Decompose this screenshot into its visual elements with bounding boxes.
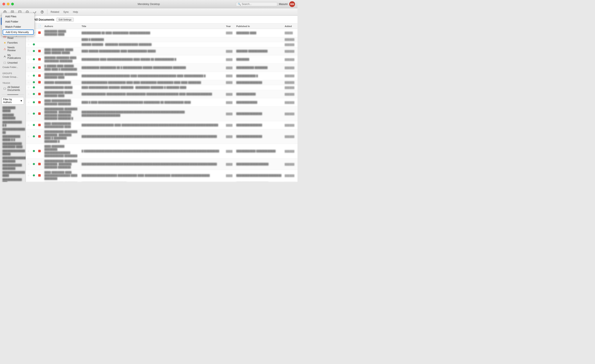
table-row[interactable]: ☆████████████ ████████ ████████, ███████…	[26, 107, 298, 121]
author-item[interactable]: ██████████████ ████	[0, 171, 26, 178]
author-item[interactable]: ████████████ ████████	[0, 163, 26, 171]
row-star[interactable]: ☆	[26, 47, 31, 55]
table-row[interactable]: ☆████ ████████ █████, ████ ██████ ██████…	[26, 47, 298, 55]
row-star[interactable]: ☆	[26, 121, 31, 129]
edit-settings-button[interactable]: Edit Settings	[57, 18, 74, 22]
row-authors: ████████████ █████, ████████ ████	[43, 90, 80, 98]
row-authors	[43, 42, 80, 47]
row-read-status	[31, 98, 36, 107]
dropdown-add-entry-manually[interactable]: Add Entry Manually	[3, 29, 34, 35]
table-row[interactable]: ☆██████ ███████ - ████████ ████████████ …	[26, 42, 298, 47]
col-year[interactable]: Year	[224, 24, 235, 29]
row-published: ████████████████████	[235, 158, 283, 170]
row-year: ████	[224, 158, 235, 170]
row-pdf-status	[36, 80, 43, 85]
table-row[interactable]: ☆█ ██████ ████ ██████, ████ ████ █ █████…	[26, 64, 298, 72]
table-row[interactable]: ☆████████████ ████████ ████████, ███████…	[26, 129, 298, 144]
author-item[interactable]: ████████████████ ████████	[0, 156, 26, 163]
author-item[interactable]: ████████████ █ █	[0, 120, 26, 128]
author-item[interactable]: ███████████ █████ █ █	[0, 135, 26, 142]
author-item[interactable]: ████████████ ███	[0, 178, 26, 182]
table-row[interactable]: ☆██████ ██████████████████████████ █████…	[26, 80, 298, 85]
table-row[interactable]: ☆████████████ █████████ ████████████ ███…	[26, 85, 298, 90]
minimize-button[interactable]	[7, 3, 9, 5]
table-row[interactable]: ☆████████ █████, ████████ ██████████████…	[26, 29, 298, 37]
table-row[interactable]: ☆████████████ █████, ████████ ██████████…	[26, 90, 298, 98]
author-item[interactable]: ████████ █████	[0, 106, 26, 113]
row-read-status	[31, 37, 36, 42]
row-star[interactable]: ☆	[26, 55, 31, 64]
favorites-icon: ★	[3, 41, 6, 44]
table-row[interactable]: ☆████████████ ████████ ████████, ███████…	[26, 158, 298, 170]
table-row[interactable]: ☆███████ ████████ ████, █████████ ██████…	[26, 55, 298, 64]
search-input[interactable]	[242, 3, 275, 6]
sidebar-item-my-publications[interactable]: My Publications	[1, 53, 25, 60]
table-row[interactable]: ☆████ ████████████, ████████████ ███████…	[26, 121, 298, 129]
col-authors[interactable]: Authors	[43, 24, 80, 29]
row-star[interactable]: ☆	[26, 72, 31, 80]
author-item[interactable]: ███████ ████████	[0, 113, 26, 120]
row-added: ██████	[283, 80, 298, 85]
row-star[interactable]: ☆	[26, 170, 31, 181]
table-row[interactable]: ☆████████████ ██████████████████████████…	[26, 181, 298, 182]
row-published	[235, 37, 283, 42]
create-folder-link[interactable]: Create Folder...	[0, 65, 26, 69]
content-title: All Documents	[34, 18, 54, 21]
row-authors: ██████ ██████████	[43, 80, 80, 85]
help-button[interactable]	[39, 9, 45, 14]
table-row[interactable]: ☆████ ████████████, ████████ ███████████…	[26, 98, 298, 107]
row-star[interactable]: ☆	[26, 129, 31, 144]
row-authors	[43, 37, 80, 42]
col-published-in[interactable]: Published In	[235, 24, 283, 29]
sidebar-scrollbar[interactable]	[2, 94, 24, 95]
row-read-status	[31, 42, 36, 47]
row-authors: ████████████ ████████ ████████, ████████…	[43, 158, 80, 170]
filter-by-authors-section: Filter by Authors ▼	[0, 96, 26, 106]
filter-by-authors-label: Filter by Authors	[3, 98, 20, 104]
row-star[interactable]: ☆	[26, 158, 31, 170]
row-star[interactable]: ☆	[26, 37, 31, 42]
filter-by-authors-select[interactable]: Filter by Authors ▼	[2, 97, 24, 105]
sidebar-item-favorites[interactable]: ★ Favorites	[1, 41, 25, 45]
close-button[interactable]	[2, 3, 5, 5]
row-star[interactable]: ☆	[26, 144, 31, 158]
sidebar-item-all-deleted[interactable]: All Deleted Documents	[1, 85, 25, 92]
row-star[interactable]: ☆	[26, 98, 31, 107]
row-star[interactable]: ☆	[26, 64, 31, 72]
avatar[interactable]: MM	[289, 1, 295, 7]
row-star[interactable]: ☆	[26, 107, 31, 121]
author-item[interactable]: ████████████ ████████ ████	[0, 142, 26, 149]
row-pdf-status	[36, 121, 43, 129]
sidebar-item-needs-review[interactable]: ⚠ Needs Review	[1, 45, 25, 53]
row-added: ██████	[283, 55, 298, 64]
sidebar-item-unsorted[interactable]: Unsorted	[1, 61, 25, 65]
table-row[interactable]: ☆████ █ ██████████████	[26, 37, 298, 42]
row-year: ████	[224, 98, 235, 107]
table-row[interactable]: ☆████████████ ████████, ████████ ███████…	[26, 72, 298, 80]
col-added[interactable]: Added	[283, 24, 298, 29]
row-star[interactable]: ☆	[26, 181, 31, 182]
search-bar[interactable]: 🔍	[236, 2, 277, 6]
table-row[interactable]: ☆████ ████████ ████████, ███████████████…	[26, 144, 298, 158]
row-star[interactable]: ☆	[26, 90, 31, 98]
dropdown-watch-folder[interactable]: Watch Folder	[2, 24, 35, 29]
row-added: ██████	[283, 158, 298, 170]
row-star[interactable]: ☆	[26, 42, 31, 47]
col-has-pdf[interactable]: 📄	[36, 24, 43, 29]
col-title[interactable]: Title	[80, 24, 224, 29]
row-authors: ████████ █████, ████████ ████	[43, 29, 80, 37]
create-group-link[interactable]: Create Group...	[0, 75, 26, 79]
dropdown-add-folder[interactable]: Add Folder	[2, 19, 35, 24]
author-item[interactable]: ██████████████ ██	[0, 127, 26, 135]
search-icon: 🔍	[238, 3, 241, 6]
documents-list: ☆ ● 📄 Authors Title Year Published In Ad…	[26, 24, 298, 182]
content-area: All Documents Edit Settings ☆ ● 📄 Author…	[26, 16, 298, 182]
author-item[interactable]: ██████████████ █████	[0, 149, 26, 156]
row-read-status	[31, 72, 36, 80]
row-authors: ████ ████████ █████, ████ ██████ █████	[43, 47, 80, 55]
row-star[interactable]: ☆	[26, 80, 31, 85]
table-row[interactable]: ☆████ ████████ ████, ████████████████ ██…	[26, 170, 298, 181]
maximize-button[interactable]	[11, 3, 14, 5]
dropdown-add-files[interactable]: Add Files	[2, 14, 35, 19]
row-star[interactable]: ☆	[26, 85, 31, 90]
